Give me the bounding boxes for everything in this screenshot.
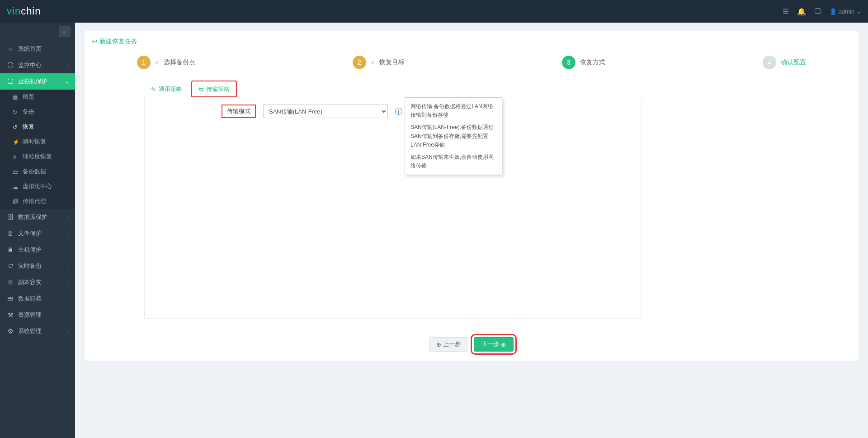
tooltip-line: 网络传输:备份数据将通过LAN网络传输到备份存储 (410, 102, 496, 119)
sidebar-item-label: 副本容灾 (18, 278, 42, 286)
copy-icon: ⎘ (6, 279, 14, 286)
chevron-icon: ‹ (67, 329, 69, 334)
sidebar-item-archive[interactable]: 🗃数据归档‹ (0, 290, 75, 307)
chevron-down-icon: ⌄ (65, 79, 69, 84)
sidebar-submenu: ▦概览 ↻备份 ↺恢复 ⚡瞬时恢复 ⋔细粒度恢复 🗃备份数据 ☁虚拟化中心 🗐传… (0, 90, 75, 209)
info-icon[interactable]: i (395, 108, 402, 115)
submenu-restore[interactable]: ↺恢复 (0, 119, 75, 134)
sidebar-item-host-protect[interactable]: 🖥主机保护‹ (0, 242, 75, 258)
chevron-icon: ‹ (67, 231, 69, 236)
archive-icon: 🗃 (6, 295, 14, 302)
tooltip-line: SAN传输(LAN-Free):备份数据通过SAN传输到备份存储,需要先配置LA… (410, 123, 496, 149)
sidebar-item-monitor[interactable]: 🖵 监控中心 ‹ (0, 57, 75, 73)
wizard-steps: 1 ✔ 选择备份点 2 ✔ 恢复目标 3 恢复方式 4 确认配置 (137, 56, 806, 69)
submenu-label: 瞬时恢复 (23, 138, 46, 146)
check-icon: ✔ (155, 60, 159, 66)
step-label: 选择备份点 (164, 58, 195, 67)
chevron-icon: ‹ (67, 215, 69, 220)
monitor-icon[interactable]: 🖵 (814, 7, 821, 15)
monitor-icon: 🖵 (6, 62, 14, 69)
submenu-label: 虚拟化中心 (23, 183, 52, 190)
check-icon: ✔ (371, 60, 375, 66)
chevron-down-icon: ⌄ (856, 8, 861, 15)
main-panel: ↩ 新建恢复任务 1 ✔ 选择备份点 2 ✔ 恢复目标 3 恢复方式 (84, 31, 859, 361)
brand-logo: vinchin (7, 5, 41, 17)
transfer-mode-label: 传输模式 (222, 105, 256, 118)
submenu-label: 备份 (23, 108, 34, 116)
step-circle: 4 (763, 56, 776, 69)
brand-suffix: chin (21, 5, 41, 17)
user-menu[interactable]: 👤 admin ⌄ (830, 8, 861, 15)
panel-title: ↩ 新建恢复任务 (92, 38, 851, 46)
tab-transfer-strategy[interactable]: ⇆ 传输策略 (192, 81, 236, 97)
sidebar-item-system[interactable]: ⚙系统管理‹ (0, 323, 75, 339)
step-circle: 3 (562, 56, 576, 69)
tools-icon: ⚒ (6, 311, 14, 319)
chevron-icon: ‹ (67, 63, 69, 68)
database-icon: 🗄 (6, 214, 14, 221)
copy-icon: 🗐 (13, 199, 20, 205)
bell-icon[interactable]: 🔔 (797, 7, 806, 16)
sidebar-item-label: 数据归档 (18, 295, 42, 303)
step-circle: 2 (353, 56, 366, 69)
prev-button[interactable]: ⊕ 上一步 (429, 337, 467, 352)
sidebar-item-label: 数据库保护 (18, 213, 47, 221)
gear-icon: ⚙ (6, 328, 14, 335)
tab-general-strategy[interactable]: ✎ 通用策略 (144, 81, 189, 97)
home-icon: ⌂ (6, 45, 14, 52)
grid-icon: ▦ (13, 94, 20, 100)
transfer-mode-tooltip: 网络传输:备份数据将通过LAN网络传输到备份存储 SAN传输(LAN-Free)… (405, 97, 502, 175)
tree-icon: ⋔ (13, 154, 20, 160)
submenu-label: 恢复 (23, 123, 34, 131)
panel-title-text: 新建恢复任务 (99, 38, 137, 46)
next-button-label: 下一步 (481, 340, 499, 348)
sidebar-item-label: 文件保护 (18, 229, 42, 238)
submenu-backup[interactable]: ↻备份 (0, 105, 75, 119)
sidebar-item-replica-dr[interactable]: ⎘副本容灾‹ (0, 274, 75, 290)
swap-icon: ⇆ (198, 86, 203, 93)
submenu-instant-restore[interactable]: ⚡瞬时恢复 (0, 134, 75, 149)
sidebar-item-label: 资源管理 (18, 311, 42, 319)
sidebar-item-label: 主机保护 (18, 246, 42, 254)
sidebar-item-db-protect[interactable]: 🗄数据库保护‹ (0, 209, 75, 225)
arrow-right-icon: ⊕ (501, 341, 506, 348)
sidebar-item-home[interactable]: ⌂ 系统首页 (0, 41, 75, 57)
step-circle: 1 (137, 56, 151, 69)
submenu-label: 传输代理 (23, 198, 46, 205)
sidebar-item-label: 监控中心 (18, 61, 42, 69)
submenu-virt-center[interactable]: ☁虚拟化中心 (0, 179, 75, 194)
shield-icon: 🛡 (6, 262, 14, 270)
sidebar-item-label: 系统管理 (18, 327, 42, 335)
next-button[interactable]: 下一步 ⊕ (474, 337, 514, 352)
submenu-granular-restore[interactable]: ⋔细粒度恢复 (0, 149, 75, 164)
sidebar-item-file-protect[interactable]: 🗎文件保护‹ (0, 225, 75, 242)
chevron-icon: ‹ (67, 264, 69, 269)
tab-label: 通用策略 (159, 85, 182, 93)
sidebar-item-resource[interactable]: ⚒资源管理‹ (0, 307, 75, 323)
strategy-tabs: ✎ 通用策略 ⇆ 传输策略 (144, 81, 851, 97)
sidebar-item-label: 实时备份 (18, 262, 42, 270)
restore-icon: ↺ (13, 124, 20, 130)
step-3: 3 恢复方式 (562, 56, 605, 69)
sidebar-item-vm-protect[interactable]: 🖵 虚拟机保护 ⌄ (0, 73, 75, 90)
submenu-label: 概览 (23, 93, 34, 101)
sidebar: ≡ ⌂ 系统首页 🖵 监控中心 ‹ 🖵 虚拟机保护 ⌄ ▦概览 ↻备份 ↺恢复 … (0, 23, 75, 438)
list-icon[interactable]: ☰ (783, 7, 789, 16)
step-label: 恢复方式 (580, 58, 605, 67)
wizard-buttons: ⊕ 上一步 下一步 ⊕ (92, 324, 851, 352)
sidebar-item-label: 虚拟机保护 (18, 77, 47, 86)
submenu-transfer-agent[interactable]: 🗐传输代理 (0, 194, 75, 209)
arrow-left-icon: ⊕ (436, 341, 441, 348)
host-icon: 🖥 (6, 246, 14, 253)
chevron-icon: ‹ (67, 280, 69, 285)
file-icon: 🗎 (6, 230, 14, 237)
submenu-overview[interactable]: ▦概览 (0, 90, 75, 105)
archive-icon: 🗃 (13, 169, 20, 175)
sidebar-collapse-button[interactable]: ≡ (59, 26, 71, 37)
transfer-mode-select[interactable]: SAN传输(LAN-Free) (263, 105, 388, 118)
chevron-icon: ‹ (67, 248, 69, 252)
submenu-backup-data[interactable]: 🗃备份数据 (0, 164, 75, 179)
tooltip-line: 如果SAN传输未生效,会自动使用网络传输 (410, 153, 496, 170)
sidebar-item-realtime-backup[interactable]: 🛡实时备份‹ (0, 258, 75, 274)
user-icon: 👤 (830, 8, 837, 15)
